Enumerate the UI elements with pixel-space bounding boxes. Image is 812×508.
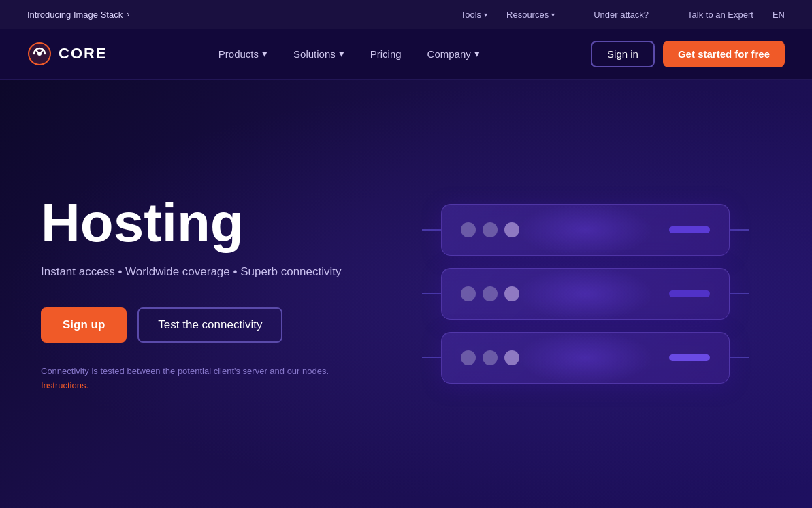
products-dropdown-icon: ▾ bbox=[262, 48, 267, 60]
server-card-1 bbox=[441, 204, 730, 256]
talk-to-expert-link[interactable]: Talk to an Expert bbox=[687, 10, 753, 20]
note-text: Connectivity is tested between the poten… bbox=[41, 366, 329, 376]
logo-text: CORE bbox=[59, 45, 108, 63]
hero-subtitle: Instant access • Worldwide coverage • Su… bbox=[41, 265, 422, 279]
announcement-text: Introducing Image Stack bbox=[27, 10, 123, 20]
under-attack-link[interactable]: Under attack? bbox=[594, 10, 649, 20]
connector-right-1 bbox=[730, 229, 749, 231]
tools-dropdown-icon: ▾ bbox=[484, 11, 487, 18]
connector-left-3 bbox=[422, 357, 441, 358]
nav-links: Products ▾ Solutions ▾ Pricing Company ▾ bbox=[108, 42, 591, 65]
server-card-3 bbox=[441, 332, 730, 384]
dot-2-2 bbox=[483, 286, 498, 301]
hero-note: Connectivity is tested between the poten… bbox=[41, 365, 422, 393]
server-row-2 bbox=[422, 268, 749, 320]
server-dots-1 bbox=[461, 222, 519, 237]
hero-buttons: Sign up Test the connectivity bbox=[41, 307, 422, 343]
tools-link[interactable]: Tools ▾ bbox=[461, 10, 487, 20]
dot-3-3 bbox=[504, 350, 519, 365]
logo-icon bbox=[27, 41, 52, 66]
signin-button[interactable]: Sign in bbox=[591, 41, 655, 67]
announcement-banner[interactable]: Introducing Image Stack › bbox=[27, 10, 129, 20]
signup-button[interactable]: Sign up bbox=[41, 307, 127, 343]
announcement-arrow: › bbox=[127, 10, 129, 19]
getstarted-button[interactable]: Get started for free bbox=[663, 41, 785, 67]
server-row-1 bbox=[422, 204, 749, 256]
separator-2 bbox=[668, 8, 668, 20]
server-card-2 bbox=[441, 268, 730, 320]
server-illustration bbox=[422, 190, 749, 397]
dot-3-1 bbox=[461, 350, 476, 365]
solutions-dropdown-icon: ▾ bbox=[339, 48, 344, 60]
nav-pricing[interactable]: Pricing bbox=[361, 43, 411, 65]
top-bar: Introducing Image Stack › Tools ▾ Resour… bbox=[0, 0, 812, 29]
top-bar-right: Tools ▾ Resources ▾ Under attack? Talk t… bbox=[461, 8, 785, 20]
instructions-link[interactable]: Instructions. bbox=[41, 380, 88, 390]
hero-content: Hosting Instant access • Worldwide cover… bbox=[41, 194, 422, 393]
dot-3-2 bbox=[483, 350, 498, 365]
server-bar-1 bbox=[669, 226, 710, 233]
dot-1-1 bbox=[461, 222, 476, 237]
dot-1-2 bbox=[483, 222, 498, 237]
server-dots-2 bbox=[461, 286, 519, 301]
main-nav: CORE Products ▾ Solutions ▾ Pricing Comp… bbox=[0, 29, 812, 80]
hero-section: Hosting Instant access • Worldwide cover… bbox=[0, 80, 812, 508]
dot-2-3 bbox=[504, 286, 519, 301]
connector-right-3 bbox=[730, 357, 749, 358]
connector-left-1 bbox=[422, 229, 441, 231]
nav-actions: Sign in Get started for free bbox=[591, 41, 785, 67]
nav-company[interactable]: Company ▾ bbox=[418, 42, 489, 65]
logo[interactable]: CORE bbox=[27, 41, 108, 66]
company-dropdown-icon: ▾ bbox=[474, 48, 480, 60]
connector-left-2 bbox=[422, 293, 441, 294]
language-selector[interactable]: EN bbox=[773, 10, 785, 20]
nav-products[interactable]: Products ▾ bbox=[209, 42, 277, 65]
server-bar-2 bbox=[669, 290, 710, 297]
dot-2-1 bbox=[461, 286, 476, 301]
server-row-3 bbox=[422, 332, 749, 384]
server-bar-3 bbox=[669, 354, 710, 361]
connector-right-2 bbox=[730, 293, 749, 294]
resources-link[interactable]: Resources ▾ bbox=[506, 10, 555, 20]
dot-1-3 bbox=[504, 222, 519, 237]
test-connectivity-button[interactable]: Test the connectivity bbox=[137, 307, 282, 343]
hero-title: Hosting bbox=[41, 194, 422, 252]
server-dots-3 bbox=[461, 350, 519, 365]
separator bbox=[574, 8, 574, 20]
nav-solutions[interactable]: Solutions ▾ bbox=[284, 42, 354, 65]
resources-dropdown-icon: ▾ bbox=[551, 11, 555, 18]
